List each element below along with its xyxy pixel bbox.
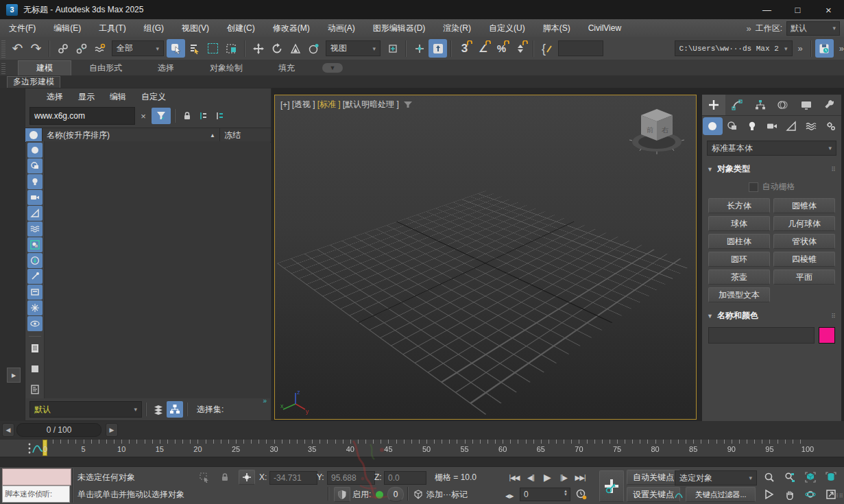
space-warps-category[interactable] bbox=[801, 117, 821, 135]
angle-snap-toggle[interactable]: ∠ bbox=[474, 39, 492, 58]
object-type-button[interactable]: 圆柱体 bbox=[708, 234, 770, 249]
frame-spinner[interactable]: ▲▼ bbox=[564, 487, 568, 499]
collapse-tree-icon[interactable] bbox=[212, 108, 228, 124]
unlink-button[interactable] bbox=[72, 39, 91, 58]
absolute-mode-transform-icon[interactable] bbox=[239, 470, 255, 485]
go-to-start-button[interactable]: |◀◀ bbox=[506, 474, 522, 481]
shield-icon[interactable] bbox=[334, 487, 350, 502]
shapes-category[interactable] bbox=[723, 117, 743, 135]
menu-item[interactable]: 图形编辑器(D) bbox=[364, 19, 435, 37]
display-cameras-icon[interactable] bbox=[27, 190, 43, 205]
zoom-extents-icon[interactable] bbox=[802, 470, 819, 485]
blank-swatch-icon[interactable] bbox=[27, 361, 43, 376]
named-selection-set-field[interactable] bbox=[558, 40, 603, 56]
viewport-general-menu[interactable]: [+] bbox=[280, 100, 290, 110]
expand-tree-icon[interactable] bbox=[195, 108, 212, 124]
list-view-icon[interactable] bbox=[27, 341, 43, 356]
go-to-end-button[interactable]: ▶▶| bbox=[572, 474, 588, 481]
object-type-rollout-header[interactable]: ▼ 对象类型 ⠿ bbox=[707, 163, 836, 176]
menu-item[interactable]: 动画(A) bbox=[319, 19, 364, 37]
explorer-overflow-chevron[interactable]: » bbox=[263, 397, 266, 405]
menu-item[interactable]: 视图(V) bbox=[173, 19, 218, 37]
previous-frame-button[interactable]: ◀|| bbox=[522, 474, 539, 481]
explorer-object-list[interactable] bbox=[26, 141, 270, 398]
motion-tab[interactable] bbox=[771, 95, 795, 115]
keyboard-shortcut-override-toggle[interactable] bbox=[429, 39, 447, 58]
viewport-pov-menu[interactable]: [透视 ] bbox=[292, 99, 315, 110]
close-button[interactable]: × bbox=[813, 0, 844, 19]
display-particles-icon[interactable] bbox=[27, 300, 43, 315]
object-type-button[interactable]: 茶壶 bbox=[708, 269, 770, 285]
helpers-category[interactable] bbox=[782, 117, 801, 135]
display-xrefs-icon[interactable] bbox=[27, 253, 43, 268]
filter-icon[interactable] bbox=[152, 108, 171, 124]
auto-key-button[interactable]: 自动关键点 bbox=[627, 470, 680, 485]
zoom-all-icon[interactable] bbox=[782, 470, 798, 485]
add-marker-label[interactable]: 添加···标记 bbox=[426, 487, 468, 502]
isolate-count-button[interactable]: 0 bbox=[387, 487, 404, 502]
detail-view-icon[interactable] bbox=[27, 382, 43, 397]
name-color-rollout-header[interactable]: ▼ 名称和颜色 ⠿ bbox=[707, 309, 836, 322]
select-and-move-button[interactable] bbox=[249, 39, 267, 58]
redo-button[interactable]: ↷ bbox=[27, 39, 45, 58]
menu-item[interactable]: 创建(C) bbox=[218, 19, 264, 37]
object-name-input[interactable] bbox=[709, 328, 817, 344]
display-geometry-icon[interactable] bbox=[27, 143, 43, 158]
layers-view-icon[interactable] bbox=[150, 401, 167, 418]
timeline-ruler[interactable]: 0510152025303540455055606570758085909510… bbox=[0, 439, 844, 457]
menu-item[interactable]: 渲染(R) bbox=[434, 19, 480, 37]
frozen-column-header[interactable]: 冻结 bbox=[220, 128, 271, 142]
ribbon-tab[interactable]: 选择 bbox=[140, 60, 192, 75]
menu-item[interactable]: 自定义(U) bbox=[480, 19, 534, 37]
time-slider-frame-display[interactable]: 0 / 100 bbox=[16, 423, 101, 437]
cube-outline-icon[interactable] bbox=[410, 487, 426, 502]
select-object-button[interactable] bbox=[167, 39, 185, 58]
display-groups-icon[interactable] bbox=[27, 237, 43, 252]
previous-frame-arrow[interactable]: ◀ bbox=[2, 423, 14, 437]
zoom-region-icon[interactable] bbox=[761, 487, 777, 502]
lock-icon[interactable] bbox=[179, 108, 195, 124]
zoom-extents-all-icon[interactable] bbox=[823, 470, 839, 485]
menu-item[interactable]: 脚本(S) bbox=[534, 19, 579, 37]
save-scene-button[interactable] bbox=[815, 39, 834, 58]
select-by-name-button[interactable] bbox=[185, 39, 204, 58]
menu-overflow-chevron[interactable]: » bbox=[746, 23, 749, 34]
modify-tab[interactable] bbox=[725, 95, 749, 115]
object-type-button[interactable]: 管状体 bbox=[773, 234, 835, 249]
menu-item[interactable]: 编辑(E) bbox=[45, 19, 90, 37]
orbit-icon[interactable] bbox=[802, 487, 819, 502]
current-frame-field[interactable]: 0 bbox=[520, 488, 570, 501]
viewport-shading-menu[interactable]: [默认明暗处理 ] bbox=[343, 99, 399, 110]
viewcube[interactable]: 前 右 bbox=[627, 104, 686, 157]
rectangular-selection-region-button[interactable] bbox=[204, 39, 222, 58]
ribbon-minimize-button[interactable]: ▼ bbox=[322, 63, 343, 73]
perspective-viewport[interactable]: [+] [透视 ] [标准 ] [默认明暗处理 ] x y z bbox=[274, 95, 697, 420]
undo-button[interactable]: ↶ bbox=[8, 39, 27, 58]
display-containers-icon[interactable] bbox=[27, 285, 43, 300]
utilities-tab[interactable] bbox=[818, 95, 841, 115]
explorer-preset-dropdown[interactable]: 默认 ▾ bbox=[29, 401, 142, 418]
select-and-place-button[interactable] bbox=[304, 39, 323, 58]
clear-search-icon[interactable]: × bbox=[135, 108, 152, 124]
edit-named-selection-sets-button[interactable]: { bbox=[538, 39, 556, 58]
set-key-button[interactable]: 设置关键点 bbox=[627, 487, 680, 502]
object-type-button[interactable]: 球体 bbox=[708, 216, 770, 231]
isolate-selection-icon[interactable] bbox=[196, 470, 213, 485]
set-keys-button[interactable] bbox=[599, 470, 624, 502]
menu-item[interactable]: 文件(F) bbox=[0, 19, 45, 37]
percent-snap-toggle[interactable]: % bbox=[492, 39, 511, 58]
x-coordinate-field[interactable]: -34.731 bbox=[269, 471, 317, 485]
systems-category[interactable] bbox=[821, 117, 841, 135]
selection-filter-dropdown[interactable]: 全部▾ bbox=[112, 40, 164, 56]
key-mode-toggle[interactable]: ◀▶ bbox=[505, 488, 514, 503]
window-crossing-toggle[interactable] bbox=[222, 39, 241, 58]
ribbon-tab[interactable]: 自由形式 bbox=[71, 60, 140, 75]
menu-item[interactable]: 组(G) bbox=[135, 19, 173, 37]
toolbar-overflow-chevron-end[interactable]: » bbox=[839, 43, 843, 53]
object-category-dropdown[interactable]: 标准基本体 ▾ bbox=[707, 141, 836, 156]
display-lights-icon[interactable] bbox=[27, 174, 43, 189]
explorer-menu-item[interactable]: 选择 bbox=[39, 91, 71, 103]
select-link-button[interactable] bbox=[53, 39, 72, 58]
sort-type-column-icon[interactable] bbox=[25, 128, 43, 142]
toolbar-drag-handle[interactable] bbox=[1, 40, 5, 58]
